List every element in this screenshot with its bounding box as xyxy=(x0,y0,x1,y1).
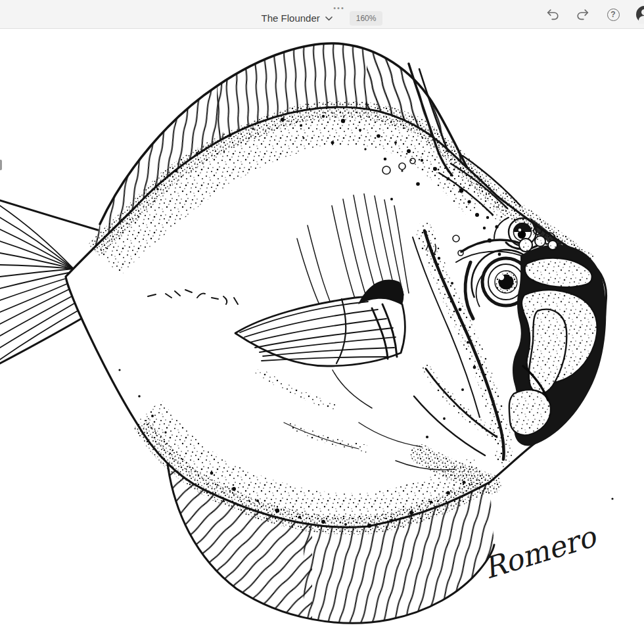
toolbar-actions: ? xyxy=(545,0,644,29)
zoom-level-badge[interactable]: 160% xyxy=(350,11,383,26)
flounder-lips xyxy=(509,236,607,446)
drawing-canvas[interactable]: Romero xyxy=(0,30,644,644)
chevron-down-icon xyxy=(325,16,333,21)
redo-button[interactable] xyxy=(576,7,590,22)
redo-icon xyxy=(576,7,590,22)
page-title: The Flounder xyxy=(262,12,320,24)
undo-icon xyxy=(545,7,560,22)
account-avatar-icon[interactable] xyxy=(636,6,644,23)
top-toolbar: ••• The Flounder 160% ? xyxy=(0,0,644,29)
document-title-dropdown[interactable]: The Flounder 160% xyxy=(262,11,383,25)
help-glyph: ? xyxy=(610,10,615,19)
help-icon: ? xyxy=(607,9,620,21)
help-button[interactable]: ? xyxy=(606,7,620,22)
artist-signature: Romero xyxy=(480,519,601,586)
undo-button[interactable] xyxy=(545,7,560,22)
left-edge-ui-fragment xyxy=(0,160,2,170)
more-options-icon[interactable]: ••• xyxy=(333,5,345,11)
flounder-artwork: Romero xyxy=(0,30,644,644)
